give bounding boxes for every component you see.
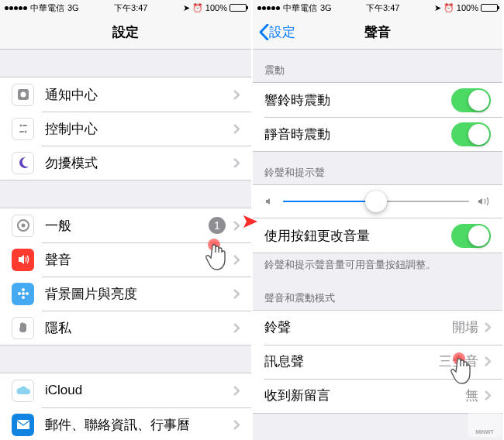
battery-icon	[230, 4, 247, 12]
svg-point-4	[24, 131, 26, 133]
svg-point-1	[20, 92, 26, 98]
cell-label: 使用按鈕更改音量	[264, 227, 451, 245]
signal-strength-icon	[257, 6, 280, 10]
status-bar: 中華電信 3G 下午3:47 ➤ ⏰ 100%	[253, 0, 502, 15]
status-bar: 中華電信 3G 下午3:47 ➤ ⏰ 100%	[0, 0, 251, 15]
chevron-right-icon	[233, 386, 240, 396]
notification-icon	[12, 84, 34, 106]
chevron-right-icon	[233, 255, 240, 265]
section-header-vibrate: 震動	[253, 50, 502, 82]
cell-label: 郵件、聯絡資訊、行事曆	[45, 416, 233, 434]
svg-point-12	[26, 292, 29, 295]
ringer-volume-slider-row	[253, 184, 502, 218]
row-privacy[interactable]: 隱私	[0, 311, 251, 345]
cell-value: 開場	[452, 318, 478, 336]
alarm-icon: ⏰	[444, 3, 454, 13]
cell-label: 鈴聲	[264, 318, 452, 336]
chevron-right-icon	[233, 323, 240, 333]
chevron-right-icon	[233, 289, 240, 299]
cell-label: 背景圖片與亮度	[45, 285, 233, 303]
tap-cursor-overlay	[448, 352, 478, 387]
cell-label: 勿擾模式	[45, 154, 233, 172]
battery-pct-label: 100%	[205, 3, 227, 12]
signal-strength-icon	[5, 6, 27, 10]
location-icon: ➤	[434, 3, 441, 13]
row-vibrate-on-silent: 靜音時震動	[253, 117, 502, 151]
cell-label: 隱私	[45, 319, 233, 337]
cell-label: iCloud	[45, 383, 233, 398]
svg-point-2	[19, 125, 22, 127]
row-notification-center[interactable]: 通知中心	[0, 77, 251, 112]
svg-point-7	[21, 224, 25, 228]
clock-label: 下午3:47	[79, 2, 183, 14]
toggle-change-with-buttons[interactable]	[451, 224, 491, 248]
flower-icon	[12, 283, 34, 305]
chevron-right-icon	[485, 322, 491, 332]
row-ringtone[interactable]: 鈴聲 開場	[253, 311, 502, 345]
svg-text:MINWT: MINWT	[475, 429, 494, 435]
chevron-right-icon	[233, 221, 240, 231]
svg-point-10	[22, 296, 25, 299]
cell-value: 無	[465, 387, 478, 404]
cell-label: 響鈴時震動	[264, 91, 451, 109]
svg-point-9	[22, 288, 25, 291]
page-title: 設定	[0, 23, 251, 41]
settings-root-screen: 中華電信 3G 下午3:47 ➤ ⏰ 100% 設定 通知中心 控制中心	[0, 0, 251, 440]
row-general[interactable]: 一般 1	[0, 208, 251, 242]
back-button[interactable]: 設定	[253, 23, 295, 41]
control-center-icon	[12, 118, 34, 140]
cell-label: 訊息聲	[264, 352, 439, 370]
cloud-icon	[12, 380, 34, 402]
svg-rect-3	[22, 125, 27, 126]
watermark: MINWT	[468, 404, 501, 437]
row-change-with-buttons: 使用按鈕更改音量	[253, 218, 502, 253]
row-mail-contacts-calendar[interactable]: 郵件、聯絡資訊、行事曆	[0, 407, 251, 440]
carrier-label: 中華電信	[283, 2, 317, 14]
volume-slider[interactable]	[283, 201, 469, 202]
speaker-low-icon	[264, 196, 275, 207]
row-wallpaper-brightness[interactable]: 背景圖片與亮度	[0, 277, 251, 311]
battery-icon	[481, 4, 498, 12]
chevron-right-icon	[485, 356, 491, 366]
section-footer-ringer: 鈴聲和提示聲音量可用音量按鈕調整。	[253, 253, 502, 277]
network-label: 3G	[67, 3, 79, 12]
toggle-vibrate-on-ring[interactable]	[451, 88, 491, 112]
moon-icon	[12, 152, 34, 174]
speaker-high-icon	[477, 196, 491, 207]
chevron-right-icon	[485, 390, 491, 400]
speaker-icon	[12, 249, 34, 271]
row-do-not-disturb[interactable]: 勿擾模式	[0, 146, 251, 180]
clock-label: 下午3:47	[332, 2, 434, 14]
row-icloud[interactable]: iCloud	[0, 373, 251, 407]
cell-label: 通知中心	[45, 86, 233, 104]
red-arrow-indicator	[242, 211, 262, 232]
carrier-label: 中華電信	[30, 2, 64, 14]
location-icon: ➤	[183, 3, 190, 13]
chevron-right-icon	[233, 90, 240, 100]
chevron-right-icon	[233, 124, 240, 134]
row-vibrate-on-ring: 響鈴時震動	[253, 83, 502, 117]
section-header-sounds-patterns: 聲音和震動模式	[253, 277, 502, 310]
section-header-ringer: 鈴聲和提示聲	[253, 152, 502, 184]
sounds-screen: 中華電信 3G 下午3:47 ➤ ⏰ 100% 設定 聲音 震動 響鈴時震動	[251, 0, 502, 440]
nav-bar: 設定 聲音	[253, 15, 502, 50]
tap-cursor-overlay	[203, 239, 233, 273]
row-control-center[interactable]: 控制中心	[0, 112, 251, 146]
toggle-vibrate-on-silent[interactable]	[451, 122, 491, 146]
cell-label: 收到新留言	[264, 387, 465, 404]
svg-point-8	[22, 292, 25, 295]
hand-icon	[12, 317, 34, 339]
svg-rect-5	[19, 131, 24, 132]
gear-icon	[12, 215, 34, 237]
battery-pct-label: 100%	[457, 3, 478, 12]
back-label: 設定	[269, 23, 295, 41]
svg-rect-13	[17, 420, 29, 429]
network-label: 3G	[320, 3, 332, 12]
nav-bar: 設定	[0, 15, 251, 50]
envelope-icon	[12, 414, 34, 436]
chevron-right-icon	[233, 158, 240, 168]
badge-count: 1	[209, 217, 226, 234]
chevron-right-icon	[233, 420, 240, 430]
cell-label: 一般	[45, 217, 209, 235]
svg-point-11	[18, 292, 21, 295]
